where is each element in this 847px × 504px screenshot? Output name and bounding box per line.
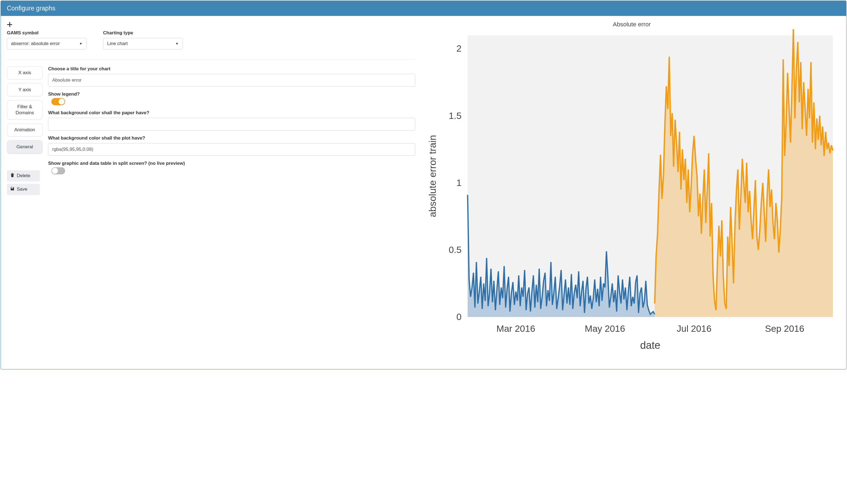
svg-text:Sep 2016: Sep 2016 xyxy=(765,324,804,334)
trash-icon xyxy=(10,173,15,179)
split-screen-toggle[interactable] xyxy=(51,167,65,175)
delete-button[interactable]: Delete xyxy=(7,170,40,182)
gams-symbol-select[interactable]: abserror: absolute error ▼ xyxy=(7,38,87,50)
chart-preview: Absolute error 00.511.52Mar 2016May 2016… xyxy=(423,21,840,361)
paper-bg-input[interactable] xyxy=(48,118,415,130)
gams-symbol-label: GAMS symbol xyxy=(7,30,87,36)
svg-text:May 2016: May 2016 xyxy=(585,324,625,334)
svg-text:0: 0 xyxy=(456,312,461,322)
add-graph-button[interactable] xyxy=(7,21,415,29)
svg-text:2: 2 xyxy=(456,43,461,54)
paper-bg-label: What background color shall the paper ha… xyxy=(48,110,415,115)
chart-title-label: Choose a title for your chart xyxy=(48,66,415,72)
chevron-down-icon: ▼ xyxy=(175,42,179,46)
gams-symbol-value: abserror: absolute error xyxy=(11,41,60,47)
svg-text:Mar 2016: Mar 2016 xyxy=(496,324,535,334)
show-legend-toggle[interactable] xyxy=(51,98,65,105)
svg-text:1.5: 1.5 xyxy=(448,111,461,121)
svg-text:absolute error train: absolute error train xyxy=(427,135,438,217)
svg-text:0.5: 0.5 xyxy=(448,245,461,255)
delete-label: Delete xyxy=(17,173,30,179)
chevron-down-icon: ▼ xyxy=(79,42,83,46)
tab-animation[interactable]: Animation xyxy=(7,123,42,137)
tab-general[interactable]: General xyxy=(7,140,42,154)
tab-y-axis[interactable]: Y axis xyxy=(7,83,42,96)
save-label: Save xyxy=(17,186,28,192)
charting-type-label: Charting type xyxy=(103,30,183,36)
tab-x-axis[interactable]: X axis xyxy=(7,66,42,79)
plot-bg-input[interactable] xyxy=(48,143,415,156)
chart-title-input[interactable] xyxy=(48,74,415,87)
plot-bg-label: What background color shall the plot hav… xyxy=(48,136,415,141)
dialog-title: Configure graphs xyxy=(1,1,846,16)
chart-title: Absolute error xyxy=(423,21,840,28)
svg-text:date: date xyxy=(640,340,660,351)
charting-type-select[interactable]: Line chart ▼ xyxy=(103,38,183,50)
svg-text:Jul 2016: Jul 2016 xyxy=(676,324,711,334)
save-button[interactable]: Save xyxy=(7,184,40,195)
line-chart: 00.511.52Mar 2016May 2016Jul 2016Sep 201… xyxy=(423,29,840,360)
save-icon xyxy=(10,186,15,192)
charting-type-value: Line chart xyxy=(107,41,128,47)
show-legend-label: Show legend? xyxy=(48,91,415,97)
svg-text:1: 1 xyxy=(456,178,461,188)
tab-filter-domains[interactable]: Filter & Domains xyxy=(7,100,42,120)
split-screen-label: Show graphic and data table in split scr… xyxy=(48,161,415,166)
